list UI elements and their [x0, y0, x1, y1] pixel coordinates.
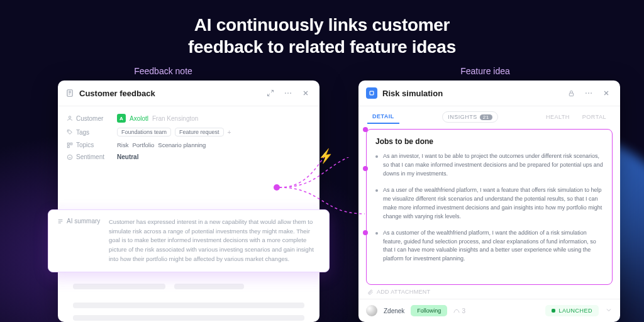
person-name: Fran Kensington — [152, 115, 198, 122]
sentiment-label: Sentiment — [67, 153, 112, 160]
job-item: As a customer of the wealthfriend platfo… — [375, 229, 603, 264]
status-chevron-icon[interactable] — [605, 306, 613, 315]
card-footer: Zdenek Following 3 LAUNCHED — [358, 299, 620, 322]
svg-point-3 — [290, 92, 291, 94]
customer-label: Customer — [67, 115, 112, 122]
topic-item[interactable]: Scenario planning — [158, 142, 206, 148]
tab-portal[interactable]: PORTAL — [577, 111, 611, 123]
topic-item[interactable]: Portfolio — [132, 142, 154, 148]
close-icon[interactable] — [600, 87, 613, 99]
tab-health[interactable]: HEALTH — [541, 111, 575, 123]
following-button[interactable]: Following — [411, 305, 447, 316]
author-name: Zdenek — [384, 308, 404, 314]
bolt-icon: ⚡ — [317, 147, 335, 165]
page-headline: AI continuously links customer feedback … — [0, 14, 644, 58]
svg-point-2 — [287, 92, 289, 94]
svg-point-1 — [285, 92, 286, 94]
svg-point-13 — [586, 92, 587, 94]
ai-summary-text: Customer has expressed interest in a new… — [109, 218, 320, 264]
jobs-to-be-done-panel: Jobs to be done As an investor, I want t… — [366, 129, 613, 285]
job-item: As a user of the wealthfriend platform, … — [375, 186, 603, 221]
svg-point-5 — [69, 131, 69, 131]
signal-count: 3 — [453, 308, 465, 314]
svg-point-14 — [588, 92, 589, 94]
card-title: Customer feedback — [79, 89, 259, 98]
svg-rect-12 — [569, 93, 573, 96]
job-item: As an investor, I want to be able to pro… — [375, 152, 603, 179]
feature-icon — [366, 87, 377, 99]
card-title: Risk simulation — [382, 89, 560, 98]
svg-point-4 — [69, 116, 70, 118]
topics-label: Topics — [67, 142, 112, 148]
avatar — [366, 305, 377, 316]
lock-icon[interactable] — [565, 87, 577, 99]
close-icon[interactable] — [299, 87, 312, 99]
expand-icon[interactable] — [264, 87, 277, 99]
tab-insights[interactable]: INSIGHTS 21 — [442, 111, 497, 123]
feature-idea-card: Risk simulation DETAIL INSIGHTS 21 HEALT… — [358, 80, 620, 322]
svg-point-9 — [67, 155, 72, 160]
tags-label: Tags — [67, 129, 112, 136]
tag-chip[interactable]: Feature request — [175, 128, 224, 136]
tab-detail[interactable]: DETAIL — [367, 110, 399, 124]
card-header: Risk simulation — [358, 80, 620, 106]
tag-chip[interactable]: Foundations team — [117, 128, 171, 136]
more-icon[interactable] — [582, 87, 595, 99]
right-card-label: Feature idea — [460, 66, 510, 76]
svg-rect-8 — [67, 145, 69, 147]
left-card-label: Feedback note — [134, 66, 192, 76]
sentiment-value: Neutral — [117, 153, 138, 160]
meta-section: Customer A Axolotl Fran Kensington Tags … — [58, 106, 319, 164]
insights-count-badge: 21 — [480, 114, 492, 120]
feedback-note-card: Customer feedback Customer A Axolotl Fra… — [58, 80, 319, 322]
ai-summary-label: AI summary — [57, 218, 103, 264]
add-tag-button[interactable]: + — [228, 129, 231, 136]
svg-rect-6 — [67, 143, 69, 145]
svg-point-15 — [591, 92, 592, 94]
card-header: Customer feedback — [58, 80, 319, 106]
svg-rect-7 — [70, 143, 72, 145]
note-icon — [65, 89, 74, 97]
topic-item[interactable]: Risk — [117, 142, 128, 148]
more-icon[interactable] — [282, 87, 294, 99]
jtbd-title: Jobs to be done — [375, 137, 603, 146]
status-badge: LAUNCHED — [545, 305, 599, 316]
company-name[interactable]: Axolotl — [130, 115, 148, 122]
svg-rect-11 — [370, 91, 374, 95]
ai-summary-panel: AI summary Customer has expressed intere… — [48, 209, 330, 272]
tabs: DETAIL INSIGHTS 21 HEALTH PORTAL — [358, 106, 620, 124]
company-badge: A — [117, 114, 126, 123]
add-attachment-button[interactable]: ADD ATTACHMENT — [367, 289, 611, 295]
